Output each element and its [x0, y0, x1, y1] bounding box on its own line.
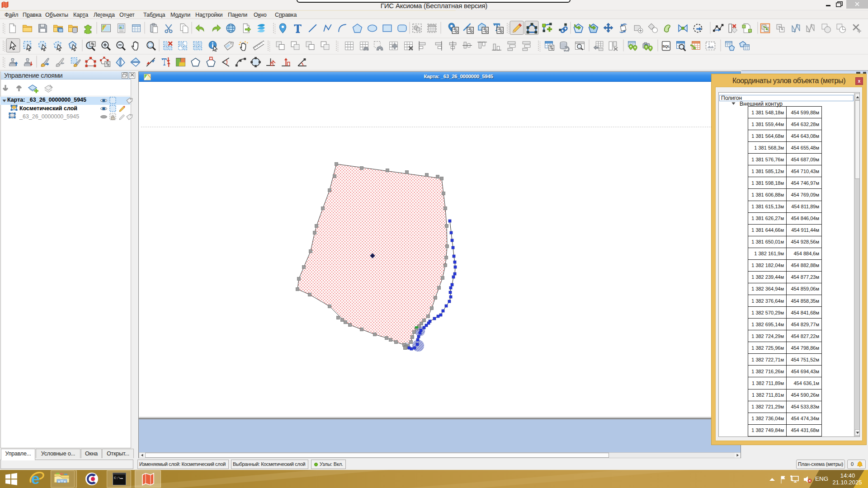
svg-text:C:\: C:\: [114, 476, 121, 480]
